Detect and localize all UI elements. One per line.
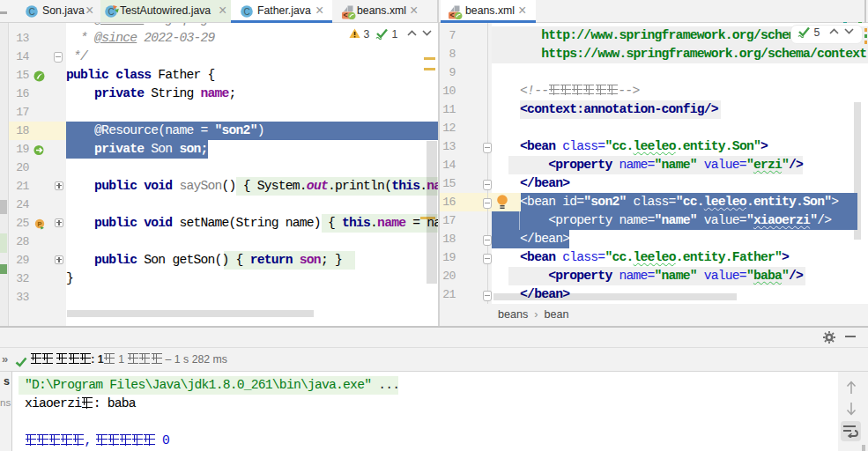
svg-text:C: C	[243, 7, 249, 17]
svg-text:C: C	[28, 7, 34, 17]
svg-text:<: <	[343, 11, 347, 19]
svg-text:C: C	[108, 7, 114, 17]
svg-text:<: <	[449, 11, 454, 19]
